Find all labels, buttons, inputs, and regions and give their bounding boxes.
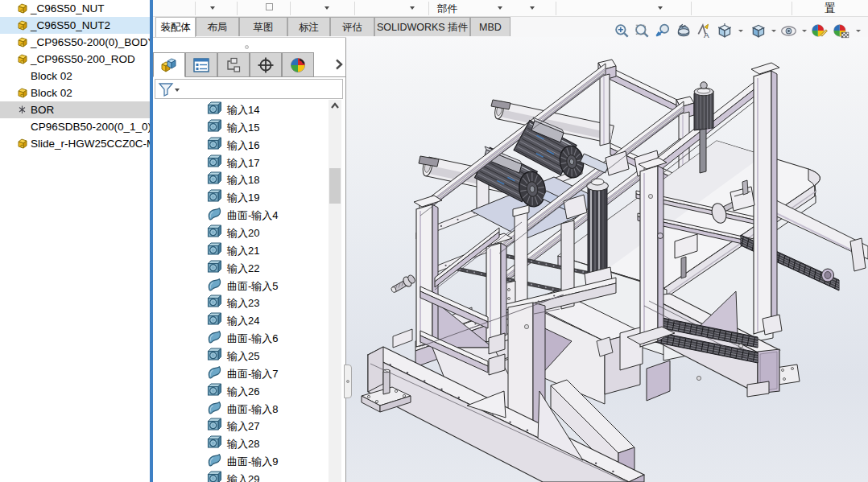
svg-text:A: A: [704, 31, 709, 39]
